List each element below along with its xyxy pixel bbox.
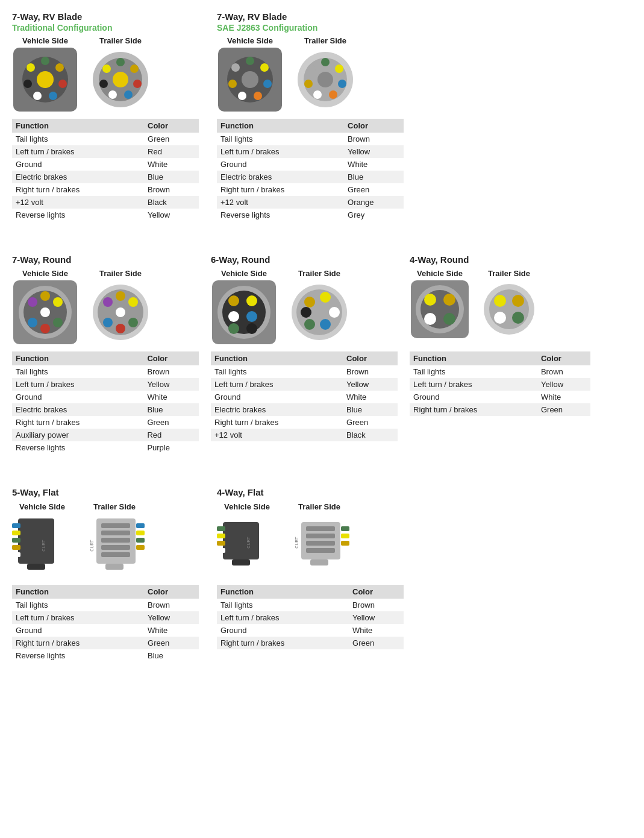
svg-rect-111 [217,526,225,531]
svg-rect-114 [217,548,225,553]
svg-point-2 [37,71,54,88]
function-header: Function [217,119,344,133]
function-cell: Ground [12,624,144,637]
svg-point-7 [33,92,42,100]
4flat-table: Function Color Tail lightsBrownLeft turn… [217,585,404,649]
7round-vehicle-connector [12,279,78,345]
svg-point-85 [494,295,506,307]
function-cell: Reverse lights [12,649,144,662]
svg-point-4 [55,63,64,72]
svg-rect-107 [136,552,145,557]
svg-point-12 [113,72,128,87]
svg-point-36 [329,90,337,99]
color-cell: Blue [343,403,398,416]
svg-point-33 [321,58,330,66]
vehicle-side-6round: Vehicle Side [221,269,267,278]
svg-rect-124 [341,541,349,546]
color-cell: Purple [143,441,199,454]
function-cell: Ground [217,624,349,637]
svg-text:CURT: CURT [42,539,46,551]
section-subtitle-7rv-trad: Traditional Configuration [12,23,199,33]
svg-rect-94 [12,552,20,557]
7rv-trad-table: Function Color Tail lightsGreenLeft turn… [12,119,199,221]
svg-point-63 [246,295,257,306]
section-title-5flat: 5-Way, Flat [12,487,199,499]
color-cell: Yellow [143,378,199,391]
svg-point-81 [424,313,436,325]
4round-trailer-connector [482,279,536,345]
svg-point-39 [307,65,316,73]
svg-rect-125 [341,548,349,553]
svg-point-13 [116,58,125,66]
svg-text:CURT: CURT [90,539,94,551]
color-header: Color [143,351,199,365]
svg-point-22 [242,71,258,88]
function-cell: Right turn / brakes [217,183,344,196]
color-cell: Grey [344,209,404,221]
svg-rect-106 [136,545,145,550]
svg-point-34 [335,65,343,73]
color-cell: Yellow [344,145,404,158]
function-cell: Right turn / brakes [410,403,537,416]
section-title-7round: 7-Way, Round [12,254,199,266]
color-cell: White [344,158,404,171]
color-cell: Red [144,145,199,158]
svg-text:CURT: CURT [246,536,251,548]
color-header: Color [343,351,398,365]
5flat-trailer-connector: CURT [84,512,145,579]
svg-rect-112 [217,534,225,538]
svg-rect-105 [136,538,145,543]
function-cell: Tail lights [12,365,143,378]
svg-point-37 [313,90,322,99]
color-cell: Green [343,416,398,429]
svg-point-14 [130,65,139,73]
color-header: Color [144,119,199,133]
color-cell: Blue [344,171,404,183]
4round-table: Function Color Tail lightsBrownLeft turn… [410,351,590,416]
function-cell: Left turn / brakes [12,611,144,624]
svg-rect-102 [101,552,130,557]
color-cell: Green [144,133,199,145]
svg-point-8 [23,80,32,88]
section-title-7rv-sae: 7-Way, RV Blade [217,11,404,23]
svg-point-62 [228,295,239,306]
vehicle-side-5flat: Vehicle Side [19,502,65,511]
6round-vehicle-connector [211,279,277,345]
color-header: Color [144,585,199,599]
color-cell: Brown [143,365,199,378]
svg-point-49 [28,297,37,307]
function-cell: Ground [410,391,537,403]
function-cell: Tail lights [12,599,144,611]
color-cell: White [144,624,199,637]
svg-rect-118 [306,526,335,531]
svg-point-54 [128,297,138,307]
function-cell: Reverse lights [12,441,143,454]
color-cell: Blue [143,403,199,416]
color-cell: Brown [144,599,199,611]
svg-rect-104 [136,531,145,535]
color-cell: Red [143,429,199,441]
svg-rect-101 [101,545,130,550]
svg-point-17 [108,90,117,99]
svg-point-66 [228,323,239,334]
svg-rect-116 [232,559,250,565]
function-header: Function [12,585,144,599]
trailer-side-label: Trailer Side [99,36,142,45]
svg-point-25 [263,80,272,88]
function-cell: Tail lights [211,365,343,378]
svg-rect-93 [12,545,20,550]
svg-point-48 [28,318,37,327]
function-cell: Reverse lights [217,209,344,221]
trailer-side-6round: Trailer Side [298,269,340,278]
svg-rect-121 [306,548,335,553]
color-cell: Brown [537,365,590,378]
color-cell: Yellow [537,378,590,391]
svg-point-35 [338,80,346,88]
svg-point-67 [246,323,257,334]
svg-rect-103 [136,523,145,528]
function-header: Function [410,351,537,365]
section-title-4flat: 4-Way, Flat [217,487,404,499]
color-cell: Brown [344,133,404,145]
svg-point-46 [53,318,63,327]
function-header: Function [12,351,143,365]
